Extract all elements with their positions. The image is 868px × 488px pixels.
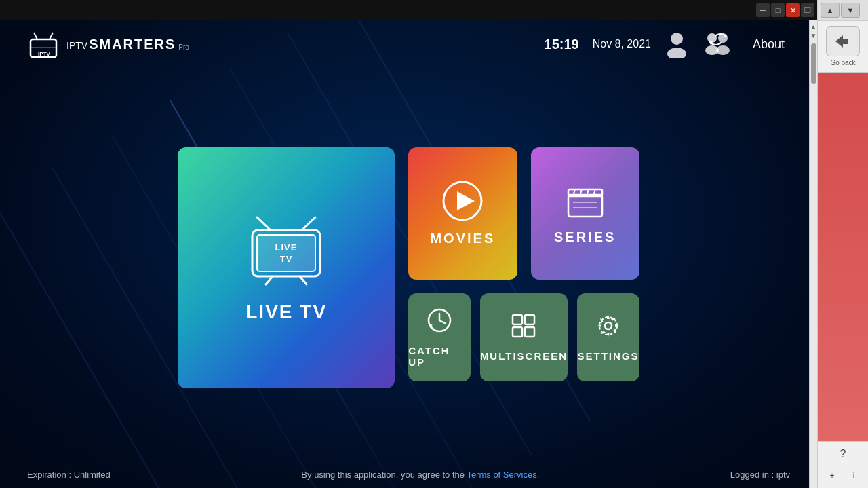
svg-rect-36 [525,315,534,324]
logo-icon: IPTV [27,27,61,61]
minimize-button[interactable]: ─ [756,3,770,17]
multiscreen-icon [511,313,536,345]
go-back-icon [835,35,851,48]
settings-label: SETTINGS [577,350,639,362]
sidebar-help-button[interactable]: ? [833,445,852,464]
maximize-button[interactable]: □ [771,3,785,17]
date-display: Nov 8, 2021 [593,38,651,50]
titlebar: ─ □ ✕ ❐ [0,0,817,20]
live-tv-card[interactable]: LIVE TV LIVE TV [178,147,395,388]
sidebar-bottom: ? + i [818,441,868,488]
svg-text:IPTV: IPTV [38,51,50,57]
series-icon [565,183,606,223]
top-right-cards: MOVIES [408,147,639,280]
sidebar-down-button[interactable]: ▼ [841,3,860,18]
logged-in-text: Logged in : iptv [730,470,790,480]
header: IPTV IPTV SMARTERS Pro 15:19 Nov 8, 2021 [0,20,817,68]
logo-text-group: IPTV SMARTERS Pro [66,37,189,52]
go-back-area: Go back [818,21,868,73]
main-content: LIVE TV LIVE TV [0,68,817,461]
expiration-text: Expiration : Unlimited [27,470,111,480]
logo-iptv: IPTV [66,41,87,50]
svg-point-39 [605,322,612,329]
sidebar-scroll-area [818,73,868,441]
svg-point-6 [667,48,686,58]
movies-card[interactable]: MOVIES [408,147,517,280]
logo-pro: Pro [178,43,189,51]
live-tv-label: LIVE TV [245,301,327,323]
switch-user-button[interactable] [703,31,734,58]
scroll-up-arrow[interactable]: ▲ [810,23,817,31]
about-button[interactable]: About [747,35,790,54]
logo-area: IPTV IPTV SMARTERS Pro [27,27,545,61]
header-right: 15:19 Nov 8, 2021 [545,31,790,58]
svg-rect-38 [525,327,534,337]
svg-marker-22 [457,191,475,210]
footer: Expiration : Unlimited By using this app… [0,461,817,488]
svg-point-7 [707,33,717,43]
go-back-label: Go back [830,59,855,67]
catch-up-card[interactable]: CATCH UP [408,293,471,381]
catch-up-icon [427,307,452,339]
terms-prefix: By using this application, you agree to … [301,470,467,480]
go-back-button[interactable] [826,26,860,56]
svg-rect-23 [568,195,602,217]
svg-line-33 [439,320,445,323]
svg-rect-37 [513,327,522,337]
sidebar-up-button[interactable]: ▲ [821,3,840,18]
logo-smarters: SMARTERS [89,37,176,52]
movies-icon [442,181,483,224]
sidebar-info-button[interactable]: i [844,466,863,485]
svg-line-17 [257,217,271,230]
sidebar-expand-button[interactable]: + [823,466,842,485]
restore-button[interactable]: ❐ [801,3,814,17]
scrollbar[interactable]: ▲ ▼ [809,20,817,488]
movies-label: MOVIES [430,231,495,246]
close-button[interactable]: ✕ [786,3,800,17]
sidebar-nav-area: ▲ ▼ [818,0,868,21]
multiscreen-label: MULTISCREEN [480,350,568,362]
browser-sidebar: ▲ ▼ Go back ? + i [817,0,868,488]
svg-line-3 [34,33,37,39]
cards-grid: LIVE TV LIVE TV [178,147,639,381]
svg-text:TV: TV [280,254,293,264]
svg-text:LIVE: LIVE [275,242,298,252]
settings-card[interactable]: SETTINGS [577,293,639,381]
svg-line-20 [300,276,307,284]
scroll-down-arrow[interactable]: ▼ [810,32,817,39]
svg-point-40 [599,317,617,335]
multiscreen-card[interactable]: MULTISCREEN [480,293,568,381]
svg-line-4 [50,33,53,39]
bottom-right-cards: CATCH UP MULT [408,293,639,381]
svg-point-10 [716,45,730,55]
time-display: 15:19 [545,37,579,52]
terms-link[interactable]: Terms of Services. [467,470,539,480]
footer-center: By using this application, you agree to … [301,470,539,480]
catch-up-label: CATCH UP [408,345,471,368]
user-icon-button[interactable] [665,31,689,58]
svg-point-5 [671,33,683,45]
svg-marker-41 [835,35,848,48]
svg-rect-14 [257,235,315,271]
svg-line-19 [266,276,273,284]
live-tv-icon: LIVE TV [242,213,330,290]
series-card[interactable]: SERIES [531,147,639,280]
svg-rect-35 [513,315,522,324]
settings-icon [595,313,621,345]
svg-line-18 [302,217,315,230]
series-label: SERIES [554,229,616,245]
scroll-thumb[interactable] [811,43,816,84]
